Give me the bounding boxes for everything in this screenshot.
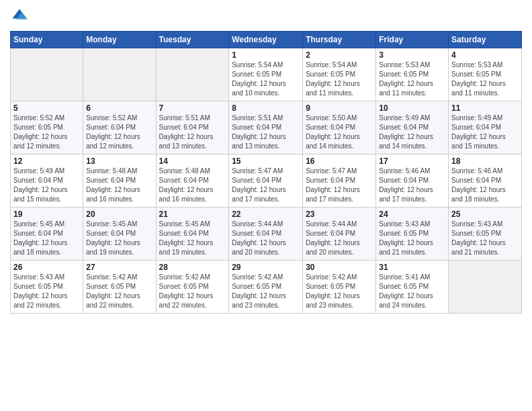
day-cell: 24Sunrise: 5:43 AM Sunset: 6:05 PM Dayli… bbox=[376, 208, 449, 261]
col-header-sunday: Sunday bbox=[11, 32, 83, 48]
col-header-monday: Monday bbox=[83, 32, 156, 48]
day-info: Sunrise: 5:42 AM Sunset: 6:05 PM Dayligh… bbox=[306, 273, 373, 310]
col-header-wednesday: Wednesday bbox=[229, 32, 303, 48]
day-cell: 4Sunrise: 5:53 AM Sunset: 6:05 PM Daylig… bbox=[449, 48, 522, 101]
day-number: 16 bbox=[306, 156, 373, 166]
day-number: 20 bbox=[86, 210, 152, 219]
week-row-3: 12Sunrise: 5:49 AM Sunset: 6:04 PM Dayli… bbox=[11, 154, 522, 208]
day-number: 6 bbox=[86, 103, 152, 113]
day-number: 3 bbox=[379, 50, 445, 60]
day-cell: 17Sunrise: 5:46 AM Sunset: 6:04 PM Dayli… bbox=[376, 154, 449, 208]
day-cell bbox=[449, 261, 522, 314]
day-cell: 25Sunrise: 5:43 AM Sunset: 6:05 PM Dayli… bbox=[449, 208, 522, 261]
day-info: Sunrise: 5:49 AM Sunset: 6:04 PM Dayligh… bbox=[379, 113, 445, 151]
day-cell: 26Sunrise: 5:43 AM Sunset: 6:05 PM Dayli… bbox=[11, 261, 83, 314]
day-cell: 27Sunrise: 5:42 AM Sunset: 6:05 PM Dayli… bbox=[83, 261, 156, 314]
day-number: 9 bbox=[306, 103, 373, 113]
day-number: 11 bbox=[451, 103, 519, 113]
day-info: Sunrise: 5:52 AM Sunset: 6:05 PM Dayligh… bbox=[13, 113, 80, 151]
day-number: 2 bbox=[306, 50, 373, 60]
week-row-2: 5Sunrise: 5:52 AM Sunset: 6:05 PM Daylig… bbox=[11, 101, 522, 154]
day-info: Sunrise: 5:43 AM Sunset: 6:05 PM Dayligh… bbox=[13, 273, 80, 310]
day-number: 17 bbox=[379, 156, 445, 166]
day-info: Sunrise: 5:46 AM Sunset: 6:04 PM Dayligh… bbox=[379, 167, 445, 204]
day-cell: 16Sunrise: 5:47 AM Sunset: 6:04 PM Dayli… bbox=[303, 154, 376, 208]
day-cell: 19Sunrise: 5:45 AM Sunset: 6:04 PM Dayli… bbox=[11, 208, 83, 261]
day-number: 22 bbox=[232, 210, 300, 219]
day-cell: 6Sunrise: 5:52 AM Sunset: 6:04 PM Daylig… bbox=[83, 101, 156, 154]
day-info: Sunrise: 5:45 AM Sunset: 6:04 PM Dayligh… bbox=[159, 220, 226, 257]
day-cell: 30Sunrise: 5:42 AM Sunset: 6:05 PM Dayli… bbox=[303, 261, 376, 314]
day-cell: 15Sunrise: 5:47 AM Sunset: 6:04 PM Dayli… bbox=[229, 154, 303, 208]
day-cell: 28Sunrise: 5:42 AM Sunset: 6:05 PM Dayli… bbox=[156, 261, 229, 314]
day-number: 27 bbox=[86, 263, 152, 272]
logo-icon bbox=[10, 7, 29, 26]
day-cell bbox=[83, 48, 156, 101]
day-cell: 14Sunrise: 5:48 AM Sunset: 6:04 PM Dayli… bbox=[156, 154, 229, 208]
day-number: 28 bbox=[159, 263, 226, 272]
day-number: 23 bbox=[306, 210, 373, 219]
day-cell: 11Sunrise: 5:49 AM Sunset: 6:04 PM Dayli… bbox=[449, 101, 522, 154]
day-info: Sunrise: 5:54 AM Sunset: 6:05 PM Dayligh… bbox=[232, 60, 300, 98]
day-info: Sunrise: 5:43 AM Sunset: 6:05 PM Dayligh… bbox=[451, 220, 519, 257]
day-cell: 29Sunrise: 5:42 AM Sunset: 6:05 PM Dayli… bbox=[229, 261, 303, 314]
day-info: Sunrise: 5:42 AM Sunset: 6:05 PM Dayligh… bbox=[159, 273, 226, 310]
day-cell bbox=[11, 48, 83, 101]
day-number: 10 bbox=[379, 103, 445, 113]
col-header-saturday: Saturday bbox=[449, 32, 522, 48]
day-number: 26 bbox=[13, 263, 80, 272]
day-info: Sunrise: 5:46 AM Sunset: 6:04 PM Dayligh… bbox=[451, 167, 519, 204]
col-header-thursday: Thursday bbox=[303, 32, 376, 48]
day-cell: 31Sunrise: 5:41 AM Sunset: 6:05 PM Dayli… bbox=[376, 261, 449, 314]
day-number: 24 bbox=[379, 210, 445, 219]
day-cell: 23Sunrise: 5:44 AM Sunset: 6:04 PM Dayli… bbox=[303, 208, 376, 261]
page: SundayMondayTuesdayWednesdayThursdayFrid… bbox=[0, 0, 532, 411]
week-row-5: 26Sunrise: 5:43 AM Sunset: 6:05 PM Dayli… bbox=[11, 261, 522, 314]
day-number: 21 bbox=[159, 210, 226, 219]
col-header-tuesday: Tuesday bbox=[156, 32, 229, 48]
day-cell: 22Sunrise: 5:44 AM Sunset: 6:04 PM Dayli… bbox=[229, 208, 303, 261]
day-cell: 10Sunrise: 5:49 AM Sunset: 6:04 PM Dayli… bbox=[376, 101, 449, 154]
day-number: 15 bbox=[232, 156, 300, 166]
day-number: 5 bbox=[13, 103, 80, 113]
day-cell: 2Sunrise: 5:54 AM Sunset: 6:05 PM Daylig… bbox=[303, 48, 376, 101]
day-cell: 21Sunrise: 5:45 AM Sunset: 6:04 PM Dayli… bbox=[156, 208, 229, 261]
day-info: Sunrise: 5:53 AM Sunset: 6:05 PM Dayligh… bbox=[451, 60, 519, 98]
day-info: Sunrise: 5:43 AM Sunset: 6:05 PM Dayligh… bbox=[379, 220, 445, 257]
day-info: Sunrise: 5:50 AM Sunset: 6:04 PM Dayligh… bbox=[306, 113, 373, 151]
day-cell bbox=[156, 48, 229, 101]
day-cell: 9Sunrise: 5:50 AM Sunset: 6:04 PM Daylig… bbox=[303, 101, 376, 154]
day-info: Sunrise: 5:51 AM Sunset: 6:04 PM Dayligh… bbox=[232, 113, 300, 151]
day-number: 31 bbox=[379, 263, 445, 272]
week-row-4: 19Sunrise: 5:45 AM Sunset: 6:04 PM Dayli… bbox=[11, 208, 522, 261]
day-info: Sunrise: 5:48 AM Sunset: 6:04 PM Dayligh… bbox=[159, 167, 226, 204]
day-cell: 20Sunrise: 5:45 AM Sunset: 6:04 PM Dayli… bbox=[83, 208, 156, 261]
day-info: Sunrise: 5:49 AM Sunset: 6:04 PM Dayligh… bbox=[13, 167, 80, 204]
day-number: 29 bbox=[232, 263, 300, 272]
day-number: 19 bbox=[13, 210, 80, 219]
day-number: 13 bbox=[86, 156, 152, 166]
day-cell: 8Sunrise: 5:51 AM Sunset: 6:04 PM Daylig… bbox=[229, 101, 303, 154]
day-cell: 12Sunrise: 5:49 AM Sunset: 6:04 PM Dayli… bbox=[11, 154, 83, 208]
day-info: Sunrise: 5:44 AM Sunset: 6:04 PM Dayligh… bbox=[306, 220, 373, 257]
calendar-header: SundayMondayTuesdayWednesdayThursdayFrid… bbox=[11, 32, 522, 48]
calendar-body: 1Sunrise: 5:54 AM Sunset: 6:05 PM Daylig… bbox=[11, 48, 522, 314]
day-number: 30 bbox=[306, 263, 373, 272]
day-number: 7 bbox=[159, 103, 226, 113]
day-info: Sunrise: 5:42 AM Sunset: 6:05 PM Dayligh… bbox=[232, 273, 300, 310]
week-row-1: 1Sunrise: 5:54 AM Sunset: 6:05 PM Daylig… bbox=[11, 48, 522, 101]
day-info: Sunrise: 5:47 AM Sunset: 6:04 PM Dayligh… bbox=[232, 167, 300, 204]
day-info: Sunrise: 5:48 AM Sunset: 6:04 PM Dayligh… bbox=[86, 167, 152, 204]
day-info: Sunrise: 5:53 AM Sunset: 6:05 PM Dayligh… bbox=[379, 60, 445, 98]
day-number: 18 bbox=[451, 156, 519, 166]
day-number: 8 bbox=[232, 103, 300, 113]
day-cell: 3Sunrise: 5:53 AM Sunset: 6:05 PM Daylig… bbox=[376, 48, 449, 101]
calendar-table: SundayMondayTuesdayWednesdayThursdayFrid… bbox=[10, 31, 522, 314]
logo bbox=[10, 7, 30, 26]
day-info: Sunrise: 5:54 AM Sunset: 6:05 PM Dayligh… bbox=[306, 60, 373, 98]
day-number: 1 bbox=[232, 50, 300, 60]
day-cell: 18Sunrise: 5:46 AM Sunset: 6:04 PM Dayli… bbox=[449, 154, 522, 208]
day-info: Sunrise: 5:41 AM Sunset: 6:05 PM Dayligh… bbox=[379, 273, 445, 310]
day-cell: 5Sunrise: 5:52 AM Sunset: 6:05 PM Daylig… bbox=[11, 101, 83, 154]
header-row: SundayMondayTuesdayWednesdayThursdayFrid… bbox=[11, 32, 522, 48]
